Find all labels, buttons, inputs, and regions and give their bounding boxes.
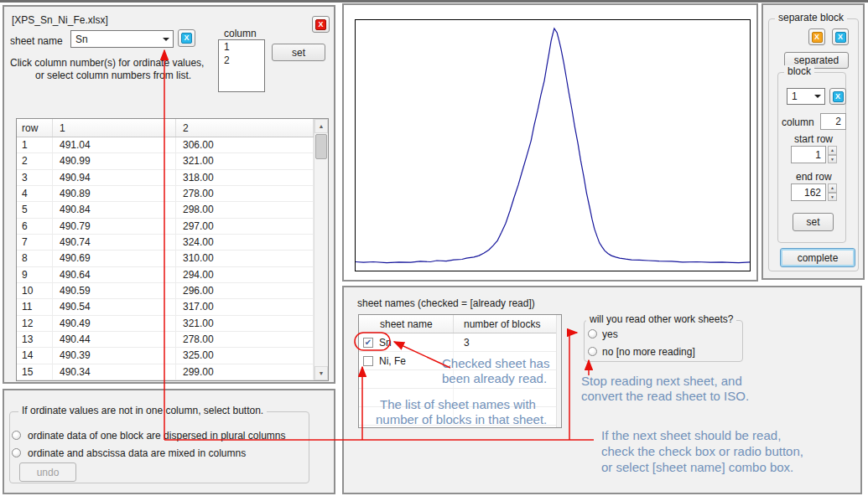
blue-x-button[interactable]: X [832, 28, 849, 45]
table-cell[interactable]: 296.00 [176, 283, 314, 298]
table-row[interactable]: 12490.49321.00 [17, 316, 328, 332]
table-row[interactable]: 8490.69310.00 [17, 251, 328, 266]
table-cell[interactable]: 278.00 [176, 186, 314, 201]
table-cell[interactable]: 321.00 [176, 316, 314, 331]
sheet-name-combobox[interactable]: Sn [70, 30, 174, 48]
table-cell[interactable]: 324.00 [176, 235, 314, 250]
table-cell[interactable]: 490.44 [53, 332, 176, 347]
radio-yes[interactable] [588, 329, 597, 338]
table-cell[interactable]: 490.39 [53, 348, 176, 363]
radio-dispersed-label[interactable]: ordinate data of one block are dispersed… [28, 430, 286, 442]
table-cell[interactable]: 3 [17, 170, 53, 185]
table-row[interactable]: 13490.44278.00 [17, 332, 328, 348]
table-cell[interactable]: 4 [17, 186, 53, 201]
table-cell[interactable]: 490.64 [53, 267, 176, 282]
table-cell[interactable]: 298.00 [176, 202, 314, 217]
undo-button[interactable]: undo [19, 462, 76, 482]
table-cell[interactable]: 490.74 [53, 235, 176, 250]
table-cell[interactable]: 297.00 [176, 219, 314, 234]
table-cell[interactable]: 490.99 [53, 153, 176, 168]
radio-mixed-columns[interactable] [12, 448, 21, 457]
sheet-combo-x-button[interactable]: X [178, 29, 195, 47]
table-row[interactable]: 4490.89278.00 [17, 186, 328, 202]
table-row[interactable]: 6490.79297.00 [17, 219, 328, 235]
dropdown-arrow-icon[interactable] [811, 89, 824, 104]
table-cell[interactable]: 318.00 [176, 170, 314, 185]
table-cell[interactable]: 11 [17, 299, 53, 314]
scrollbar-thumb[interactable] [315, 134, 327, 159]
table-cell[interactable]: 490.89 [53, 186, 176, 201]
table-row[interactable]: 11490.54317.00 [17, 299, 328, 315]
table-cell[interactable]: 490.94 [53, 170, 176, 185]
table-row[interactable]: 14490.39325.00 [17, 348, 328, 364]
table-cell[interactable]: 278.00 [176, 332, 314, 347]
table-cell[interactable]: 12 [17, 316, 53, 331]
table-cell[interactable]: 299.00 [176, 364, 314, 380]
table-cell[interactable]: 9 [17, 267, 53, 282]
table-cell[interactable]: 306.00 [176, 137, 314, 152]
table-cell[interactable]: 490.84 [53, 202, 176, 217]
table-cell[interactable]: 14 [17, 348, 53, 363]
table-cell[interactable]: 5 [17, 202, 53, 217]
radio-mixed-label[interactable]: ordinate and abscissa data are mixed in … [28, 447, 246, 459]
table-cell[interactable]: 317.00 [176, 299, 314, 314]
spin-down-icon[interactable]: ▼ [828, 155, 837, 164]
table-row[interactable]: 15490.34299.00 [17, 364, 328, 380]
table-cell[interactable]: 2 [17, 153, 53, 168]
table-cell[interactable]: 490.59 [53, 283, 176, 298]
table-cell[interactable]: 490.34 [53, 364, 176, 380]
table-cell[interactable]: 294.00 [176, 267, 314, 282]
start-row-input[interactable]: 1 [791, 146, 826, 163]
table-cell[interactable]: 490.49 [53, 316, 176, 331]
table-cell[interactable]: 6 [17, 219, 53, 234]
spin-up-icon[interactable]: ▲ [828, 183, 837, 193]
table-row[interactable]: 10490.59296.00 [17, 283, 328, 299]
table-row[interactable]: 9490.64294.00 [17, 267, 328, 283]
radio-no-label[interactable]: no [no more reading] [602, 346, 695, 358]
table-row[interactable]: 3490.94318.00 [17, 170, 328, 186]
table-cell[interactable]: 325.00 [176, 348, 314, 363]
dropdown-arrow-icon[interactable] [159, 31, 173, 47]
sheet-nife-checkbox[interactable] [363, 356, 373, 366]
table-cell[interactable]: 490.79 [53, 219, 176, 234]
block-number-combobox[interactable]: 1 [787, 88, 825, 105]
header-col1[interactable]: 1 [53, 119, 176, 137]
table-cell[interactable]: 490.69 [53, 251, 176, 266]
table-cell[interactable]: 1 [17, 137, 53, 152]
sheet-row-sn[interactable]: ✔ Sn 3 [359, 333, 561, 352]
spin-down-icon[interactable]: ▼ [828, 193, 837, 202]
spin-up-icon[interactable]: ▲ [828, 146, 837, 155]
table-cell[interactable]: 8 [17, 251, 53, 266]
table-row[interactable]: 5490.84298.00 [17, 202, 328, 218]
table-cell[interactable]: 310.00 [176, 251, 314, 266]
start-row-spinner[interactable]: ▲ ▼ [828, 146, 837, 163]
orange-x-button[interactable]: X [808, 28, 825, 45]
column-list-item-2[interactable]: 2 [219, 54, 264, 67]
table-row[interactable]: 7490.74324.00 [17, 235, 328, 251]
radio-no[interactable] [588, 347, 597, 356]
radio-dispersed-columns[interactable] [12, 431, 21, 440]
table-cell[interactable]: 7 [17, 235, 53, 250]
set-columns-button[interactable]: set [272, 44, 325, 61]
table-cell[interactable]: 10 [17, 283, 53, 298]
table-row[interactable]: 2490.99321.00 [17, 153, 328, 169]
table-cell[interactable]: 15 [17, 364, 53, 380]
column-listbox[interactable]: 1 2 [218, 39, 265, 92]
table-cell[interactable]: 13 [17, 332, 53, 347]
table-cell[interactable]: 490.54 [53, 299, 176, 314]
end-row-input[interactable]: 162 [791, 183, 826, 201]
block-x-button[interactable]: X [829, 88, 846, 105]
header-col2[interactable]: 2 [176, 119, 314, 137]
data-table-scrollbar[interactable]: ▲ ▼ [314, 119, 328, 380]
radio-yes-label[interactable]: yes [602, 328, 618, 340]
table-cell[interactable]: 321.00 [176, 153, 314, 168]
close-workbook-button[interactable]: X [312, 16, 330, 33]
end-row-spinner[interactable]: ▲ ▼ [828, 183, 837, 201]
column-list-item-1[interactable]: 1 [219, 40, 264, 54]
sheet-sn-checkbox[interactable]: ✔ [363, 338, 373, 348]
table-row[interactable]: 1491.04306.00 [17, 137, 328, 153]
sheets-table-scrollbar[interactable] [556, 315, 561, 427]
set-block-button[interactable]: set [793, 213, 834, 231]
table-cell[interactable]: 491.04 [53, 137, 176, 152]
scroll-down-icon[interactable]: ▼ [314, 366, 328, 380]
